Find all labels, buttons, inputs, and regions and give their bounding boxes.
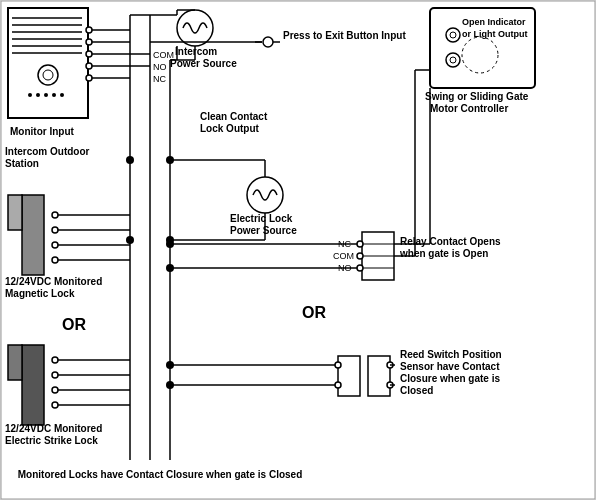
svg-rect-81: [22, 345, 44, 425]
relay-com-label: COM: [333, 251, 354, 261]
svg-point-52: [357, 253, 363, 259]
open-indicator-label2: or Light Output: [462, 29, 527, 39]
clean-contact-label: Clean Contact: [200, 111, 268, 122]
svg-point-96: [166, 156, 174, 164]
electric-strike-label2: Electric Strike Lock: [5, 435, 98, 446]
clean-contact-label2: Lock Output: [200, 123, 260, 134]
svg-point-100: [166, 264, 174, 272]
wiring-diagram: Monitor Input Intercom Outdoor Station I…: [0, 0, 596, 500]
svg-rect-75: [22, 195, 44, 275]
svg-point-68: [335, 382, 341, 388]
svg-point-20: [177, 10, 213, 46]
svg-point-17: [86, 51, 92, 57]
svg-point-29: [462, 37, 498, 73]
svg-point-10: [28, 93, 32, 97]
nc-label: NC: [153, 74, 166, 84]
mag-lock-label: 12/24VDC Monitored: [5, 276, 102, 287]
or-label-2: OR: [62, 316, 86, 333]
monitor-input-label: Monitor Input: [10, 126, 75, 137]
svg-point-67: [335, 362, 341, 368]
svg-point-11: [36, 93, 40, 97]
svg-point-83: [52, 357, 58, 363]
intercom-outdoor-label: Intercom Outdoor: [5, 146, 90, 157]
svg-point-101: [166, 361, 174, 369]
electric-lock-label2: Power Source: [230, 225, 297, 236]
svg-point-19: [86, 75, 92, 81]
svg-point-28: [450, 57, 456, 63]
footer-label: Monitored Locks have Contact Closure whe…: [18, 469, 303, 480]
press-to-exit-label: Press to Exit Button Input: [283, 30, 406, 41]
svg-point-95: [126, 156, 134, 164]
svg-point-13: [52, 93, 56, 97]
or-label-1: OR: [302, 304, 326, 321]
open-indicator-label: Open Indicator: [462, 17, 526, 27]
svg-point-78: [52, 227, 58, 233]
svg-point-14: [60, 93, 64, 97]
svg-point-79: [52, 242, 58, 248]
reed-switch-label2: Sensor have Contact: [400, 361, 500, 372]
svg-point-85: [52, 387, 58, 393]
svg-point-102: [166, 381, 174, 389]
svg-point-77: [52, 212, 58, 218]
svg-point-46: [247, 177, 283, 213]
svg-point-27: [450, 32, 456, 38]
svg-point-99: [166, 240, 174, 248]
svg-point-21: [263, 37, 273, 47]
mag-lock-label2: Magnetic Lock: [5, 288, 75, 299]
electric-lock-label: Electric Lock: [230, 213, 293, 224]
motor-controller-label2: Motor Controller: [430, 103, 508, 114]
svg-point-80: [52, 257, 58, 263]
svg-point-84: [52, 372, 58, 378]
reed-switch-label: Reed Switch Position: [400, 349, 502, 360]
svg-point-86: [52, 402, 58, 408]
svg-point-53: [357, 265, 363, 271]
svg-rect-76: [8, 195, 22, 230]
intercom-outdoor-label2: Station: [5, 158, 39, 169]
svg-point-16: [86, 39, 92, 45]
intercom-power-label: Intercom: [175, 46, 217, 57]
svg-point-9: [43, 70, 53, 80]
svg-point-18: [86, 63, 92, 69]
reed-switch-label3: Closure when gate is: [400, 373, 500, 384]
svg-point-12: [44, 93, 48, 97]
no-label: NO: [153, 62, 167, 72]
electric-strike-label: 12/24VDC Monitored: [5, 423, 102, 434]
svg-point-51: [357, 241, 363, 247]
motor-controller-label: Swing or Sliding Gate: [425, 91, 529, 102]
svg-point-15: [86, 27, 92, 33]
svg-point-97: [126, 236, 134, 244]
svg-rect-65: [338, 356, 360, 396]
relay-contact-label2: when gate is Open: [399, 248, 488, 259]
svg-rect-82: [8, 345, 22, 380]
svg-rect-66: [368, 356, 390, 396]
com-label: COM: [153, 50, 174, 60]
reed-switch-label4: Closed: [400, 385, 433, 396]
